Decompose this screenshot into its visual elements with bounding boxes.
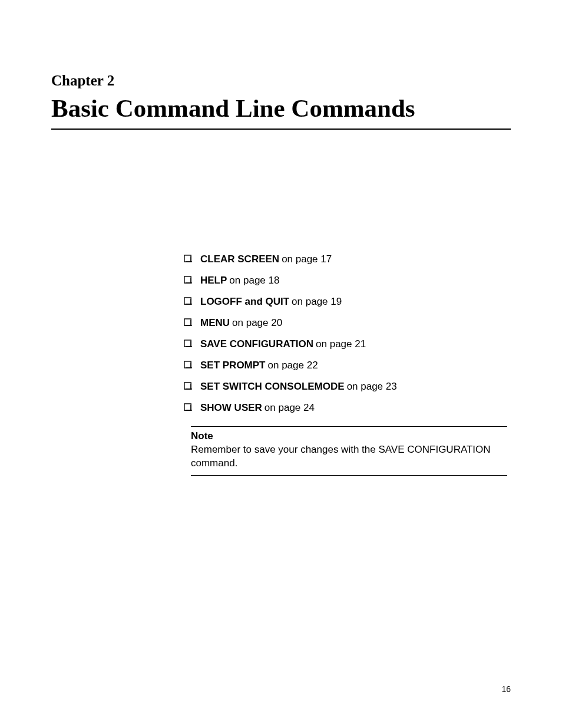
command-page: on page 20	[232, 317, 282, 328]
svg-rect-12	[184, 340, 191, 347]
command-page: on page 21	[316, 338, 366, 350]
svg-rect-9	[184, 319, 191, 325]
svg-rect-8	[190, 299, 191, 305]
svg-rect-17	[190, 363, 191, 368]
command-name: SET PROMPT	[200, 360, 266, 371]
command-page: on page 17	[282, 253, 332, 265]
list-item: HELPon page 18	[184, 275, 511, 286]
command-page: on page 23	[347, 381, 397, 392]
list-item: SHOW USERon page 24	[184, 402, 511, 414]
svg-rect-14	[190, 341, 191, 347]
command-name: LOGOFF and QUIT	[200, 296, 289, 307]
list-item: LOGOFF and QUITon page 19	[184, 296, 511, 308]
command-page: on page 19	[292, 296, 342, 307]
command-page: on page 22	[268, 360, 318, 371]
page-container: Chapter 2 Basic Command Line Commands CL…	[0, 0, 562, 476]
command-name: MENU	[200, 317, 230, 328]
svg-rect-2	[190, 256, 191, 262]
svg-rect-18	[184, 383, 191, 389]
svg-rect-20	[190, 384, 191, 390]
page-number: 16	[501, 684, 511, 694]
checkbox-icon	[184, 318, 193, 327]
svg-rect-3	[184, 276, 191, 283]
checkbox-icon	[184, 276, 193, 285]
command-page: on page 24	[265, 402, 315, 413]
checkbox-icon	[184, 297, 193, 306]
note-heading: Note	[191, 430, 507, 442]
svg-rect-23	[190, 405, 191, 411]
command-page: on page 18	[229, 275, 279, 286]
svg-rect-0	[184, 255, 191, 262]
svg-rect-5	[190, 278, 191, 284]
note-block: Note Remember to save your changes with …	[191, 426, 507, 476]
list-item: CLEAR SCREENon page 17	[184, 253, 511, 265]
command-name: CLEAR SCREEN	[200, 253, 279, 265]
list-item: SET SWITCH CONSOLEMODEon page 23	[184, 381, 511, 393]
svg-rect-21	[184, 404, 191, 410]
checkbox-icon	[184, 403, 193, 412]
svg-rect-15	[184, 361, 191, 368]
command-name: HELP	[200, 275, 227, 286]
list-item: SAVE CONFIGURATIONon page 21	[184, 338, 511, 350]
checkbox-icon	[184, 255, 193, 263]
command-name: SAVE CONFIGURATION	[200, 338, 313, 350]
command-list: CLEAR SCREENon page 17 HELPon page 18 LO…	[184, 253, 511, 414]
svg-rect-11	[190, 320, 191, 326]
checkbox-icon	[184, 361, 193, 370]
command-name: SET SWITCH CONSOLEMODE	[200, 381, 345, 392]
list-item: SET PROMPTon page 22	[184, 360, 511, 371]
svg-rect-6	[184, 298, 191, 304]
list-item: MENUon page 20	[184, 317, 511, 329]
chapter-title: Basic Command Line Commands	[51, 94, 511, 130]
chapter-label: Chapter 2	[51, 73, 511, 89]
checkbox-icon	[184, 382, 193, 391]
checkbox-icon	[184, 340, 193, 348]
note-body: Remember to save your changes with the S…	[191, 443, 507, 470]
command-name: SHOW USER	[200, 402, 262, 413]
